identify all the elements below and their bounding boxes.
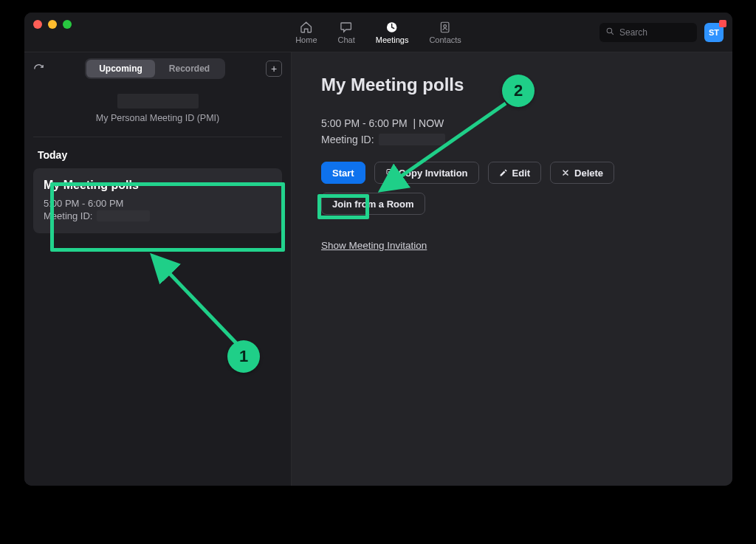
tab-upcoming[interactable]: Upcoming xyxy=(86,60,155,78)
add-meeting-button[interactable]: + xyxy=(266,61,282,77)
refresh-icon[interactable] xyxy=(33,63,44,75)
top-nav: Home Chat Meetings Contacts xyxy=(295,21,461,44)
delete-button[interactable]: Delete xyxy=(550,162,614,184)
chat-icon xyxy=(340,21,353,34)
tab-recorded[interactable]: Recorded xyxy=(155,60,224,78)
today-heading: Today xyxy=(24,137,291,168)
start-button-label: Start xyxy=(332,168,354,179)
detail-meeting-id-redacted xyxy=(379,134,445,145)
meeting-card-id-label: Meeting ID: xyxy=(44,210,92,221)
meeting-card-id-row: Meeting ID: xyxy=(44,210,272,221)
detail-meeting-id-row: Meeting ID: xyxy=(321,134,703,145)
edit-button-label: Edit xyxy=(512,168,531,179)
window-controls xyxy=(33,20,72,29)
titlebar-right: Search ST xyxy=(599,23,724,42)
join-from-room-button[interactable]: Join from a Room xyxy=(321,193,425,215)
close-window-button[interactable] xyxy=(33,20,42,29)
copy-invitation-label: Copy Invitation xyxy=(399,168,468,179)
x-icon xyxy=(561,168,570,177)
nav-meetings[interactable]: Meetings xyxy=(376,21,409,44)
contacts-icon xyxy=(439,21,452,34)
action-row-1: Start Copy Invitation Edit xyxy=(321,162,703,184)
search-icon xyxy=(605,27,615,38)
copy-icon xyxy=(385,168,394,177)
avatar[interactable]: ST xyxy=(704,23,724,42)
nav-chat[interactable]: Chat xyxy=(338,21,355,44)
meeting-card-id-redacted xyxy=(97,210,150,221)
app-window: Home Chat Meetings Contacts xyxy=(24,13,732,486)
meeting-card[interactable]: My Meeting polls 5:00 PM - 6:00 PM Meeti… xyxy=(33,168,282,233)
meeting-card-time: 5:00 PM - 6:00 PM xyxy=(44,198,272,209)
nav-meetings-label: Meetings xyxy=(376,35,409,44)
detail-time-range: 5:00 PM - 6:00 PM xyxy=(321,117,408,129)
start-button[interactable]: Start xyxy=(321,162,365,184)
plus-icon: + xyxy=(271,63,277,75)
show-invitation-link[interactable]: Show Meeting Invitation xyxy=(321,240,427,251)
nav-chat-label: Chat xyxy=(338,35,355,44)
minimize-window-button[interactable] xyxy=(48,20,57,29)
search-input[interactable]: Search xyxy=(599,23,697,42)
meeting-card-title: My Meeting polls xyxy=(44,179,272,192)
tab-segmented-control: Upcoming Recorded xyxy=(85,58,225,79)
maximize-window-button[interactable] xyxy=(63,20,72,29)
edit-button[interactable]: Edit xyxy=(488,162,542,184)
action-row-2: Join from a Room xyxy=(321,193,703,215)
detail-time-row: 5:00 PM - 6:00 PM | NOW xyxy=(321,117,703,129)
detail-meeting-id-label: Meeting ID: xyxy=(321,134,374,145)
svg-point-2 xyxy=(444,24,447,27)
detail-title: My Meeting polls xyxy=(321,75,703,95)
detail-now-badge: | NOW xyxy=(413,117,444,129)
join-from-room-label: Join from a Room xyxy=(332,199,414,210)
titlebar: Home Chat Meetings Contacts xyxy=(24,13,732,52)
search-placeholder: Search xyxy=(619,27,647,38)
delete-button-label: Delete xyxy=(574,168,603,179)
pmi-block[interactable]: My Personal Meeting ID (PMI) xyxy=(33,85,282,137)
nav-contacts[interactable]: Contacts xyxy=(429,21,461,44)
home-icon xyxy=(300,21,313,34)
copy-invitation-button[interactable]: Copy Invitation xyxy=(374,162,479,184)
nav-home-label: Home xyxy=(295,35,317,44)
detail-panel: My Meeting polls 5:00 PM - 6:00 PM | NOW… xyxy=(292,52,732,486)
body: Upcoming Recorded + My Personal Meeting … xyxy=(24,52,732,486)
nav-contacts-label: Contacts xyxy=(429,35,461,44)
pmi-label: My Personal Meeting ID (PMI) xyxy=(42,113,273,123)
sidebar-toolbar: Upcoming Recorded + xyxy=(24,52,291,85)
svg-point-3 xyxy=(607,28,612,33)
sidebar: Upcoming Recorded + My Personal Meeting … xyxy=(24,52,292,486)
clock-icon xyxy=(385,21,399,34)
nav-home[interactable]: Home xyxy=(295,21,317,44)
pmi-redacted-value xyxy=(117,94,199,109)
svg-rect-4 xyxy=(388,171,393,176)
pencil-icon xyxy=(499,168,508,177)
avatar-initials: ST xyxy=(709,28,719,37)
